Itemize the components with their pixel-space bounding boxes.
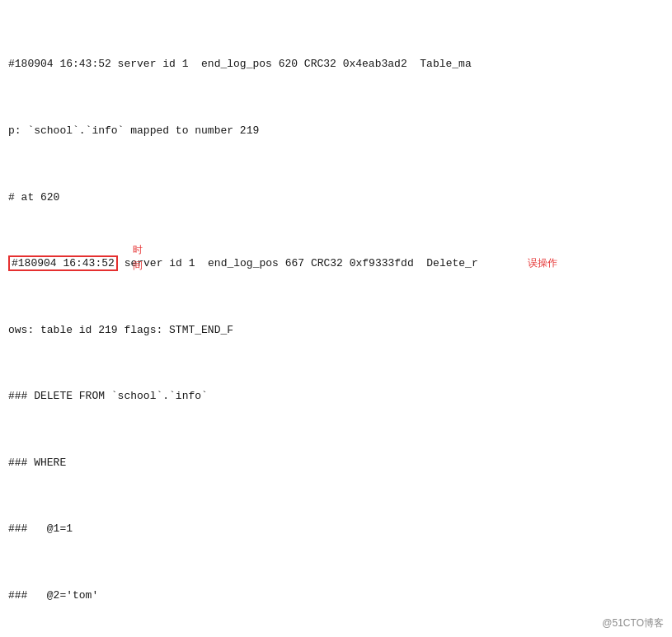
log-content: #180904 16:43:52 server id 1 end_log_pos…: [0, 0, 672, 637]
log-line-9: ### @2='tom': [8, 588, 664, 604]
log-line-8: ### @1=1: [8, 521, 664, 537]
annotation-error-op: 误操作: [528, 257, 557, 269]
log-line-7: ### WHERE: [8, 455, 664, 471]
log-line-5: ows: table id 219 flags: STMT_END_F: [8, 322, 664, 339]
log-line-4: #180904 16:43:52 时间server id 1 end_log_p…: [8, 255, 664, 272]
highlight-red-timestamp: #180904 16:43:52: [8, 255, 118, 271]
log-line-6: ### DELETE FROM `school`.`info`: [8, 388, 664, 405]
log-line-1: #180904 16:43:52 server id 1 end_log_pos…: [8, 56, 664, 73]
watermark: @51CTO博客: [602, 616, 664, 630]
log-line-3: # at 620: [8, 190, 664, 206]
log-line-2: p: `school`.`info` mapped to number 219: [8, 123, 664, 139]
annotation-time-red: 时间: [133, 242, 143, 273]
